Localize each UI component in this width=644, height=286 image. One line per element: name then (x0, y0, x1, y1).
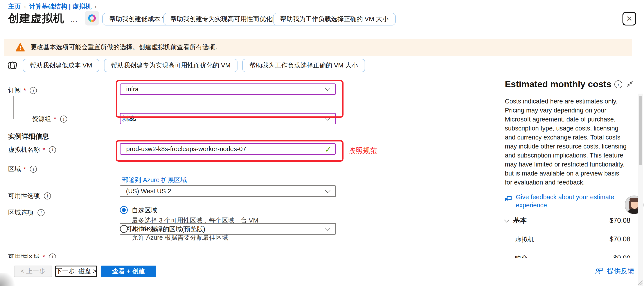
zone-option-self-select[interactable]: 自选区域 (120, 206, 157, 215)
required-asterisk: * (42, 146, 45, 154)
page-title: 创建虚拟机 (8, 11, 64, 26)
close-icon: ✕ (626, 14, 632, 23)
assist-high-availability-vm-button-2[interactable]: 帮助我创建专为实现高可用性而优化的 VM (104, 59, 238, 72)
tree-connector (13, 96, 14, 119)
chevron-down-icon (325, 226, 330, 231)
review-create-button[interactable]: 查看 + 创建 (101, 265, 156, 277)
info-icon[interactable]: i (38, 209, 44, 216)
next-step-disks-button[interactable]: 下一步: 磁盘 > (55, 265, 97, 277)
breadcrumb-separator-icon: › (94, 3, 96, 10)
assist-low-cost-vm-button-2[interactable]: 帮助我创建低成本 VM (23, 59, 99, 72)
feedback-bubbles-icon (504, 194, 513, 209)
breadcrumb-separator-icon: › (24, 3, 26, 10)
estimate-feedback-link[interactable]: Give feedback about your estimate experi… (516, 193, 622, 209)
region-dropdown[interactable]: (US) West US 2 (120, 185, 336, 197)
instance-details-heading: 实例详细信息 (8, 132, 49, 141)
chevron-down-icon (325, 188, 330, 193)
person-feedback-icon (594, 267, 604, 275)
info-icon[interactable]: i (49, 146, 56, 153)
warning-banner-text: 更改基本选项可能会重置所做的选择。创建虚拟机前查看所有选项。 (30, 43, 222, 52)
subscription-dropdown[interactable]: infra (120, 84, 336, 95)
zone-options-label: 区域选项 i (8, 208, 44, 217)
required-asterisk: * (54, 116, 56, 123)
footer-bar: < 上一步 下一步: 磁盘 > 查看 + 创建 提供反馈 (0, 258, 644, 286)
info-icon[interactable]: i (60, 116, 67, 123)
tree-connector (13, 119, 30, 119)
breadcrumb: 主页 › 计算基础结构 | 虚拟机 › (8, 2, 96, 11)
cost-item-row: 虚拟机 $70.08 (515, 235, 630, 244)
cost-group-row[interactable]: 基本 $70.08 (505, 216, 630, 225)
overflow-menu-icon[interactable]: … (70, 15, 78, 24)
chevron-down-icon (325, 115, 330, 121)
resize-grip-icon[interactable] (635, 277, 644, 286)
previous-step-button[interactable]: < 上一步 (14, 265, 52, 277)
costs-panel-title: Estimated monthly costs (505, 79, 611, 89)
region-value: (US) West US 2 (126, 188, 171, 195)
info-icon[interactable]: i (614, 80, 622, 88)
info-icon[interactable]: i (30, 166, 37, 173)
region-label: 区域 * i (8, 165, 37, 174)
vm-name-input[interactable] (120, 143, 336, 155)
chevron-down-icon[interactable] (504, 217, 509, 222)
estimate-feedback-link-row[interactable]: Give feedback about your estimate experi… (504, 193, 622, 209)
costs-panel-description: Costs indicated here are estimates only.… (505, 97, 627, 187)
estimated-costs-panel: Estimated monthly costs i Costs indicate… (498, 79, 639, 286)
resource-group-dropdown[interactable]: k8s (120, 113, 336, 124)
create-new-resource-group-link[interactable]: 新建 (122, 114, 135, 123)
warning-icon (16, 43, 25, 52)
assist-row: 帮助我创建低成本 VM 帮助我创建专为实现高可用性而优化的 VM 帮助我为工作负… (6, 59, 365, 72)
radio-selected-icon[interactable] (120, 206, 128, 214)
zone-option-azure-select-desc: 允许 Azure 根据需要分配最佳区域 (132, 233, 228, 242)
close-button[interactable]: ✕ (622, 12, 636, 26)
cost-group-name: 基本 (513, 216, 527, 225)
breadcrumb-compute-vms[interactable]: 计算基础结构 | 虚拟机 (29, 2, 92, 11)
vm-name-label: 虚拟机名称 * i (8, 145, 56, 154)
zone-option-azure-select-label: Azure 选择的区域(预览版) (132, 225, 205, 234)
info-icon[interactable]: i (30, 87, 37, 94)
collapse-panel-icon[interactable] (626, 80, 634, 89)
info-icon[interactable]: i (44, 192, 51, 199)
subscription-label: 订阅 * i (8, 86, 37, 95)
copilot-outline-icon (6, 59, 18, 72)
create-vm-page: 主页 › 计算基础结构 | 虚拟机 › 创建虚拟机 … 帮助我创建低成本 VM … (0, 0, 644, 286)
vm-name-annotation: 按照规范 (348, 146, 378, 156)
copilot-icon[interactable] (85, 11, 99, 26)
warning-banner: 更改基本选项可能会重置所做的选择。创建虚拟机前查看所有选项。 (4, 39, 632, 56)
give-feedback-label: 提供反馈 (607, 266, 634, 276)
deploy-extended-zones-link[interactable]: 部署到 Azure 扩展区域 (122, 176, 187, 184)
assist-right-size-vm-button-2[interactable]: 帮助我为工作负载选择正确的 VM 大小 (242, 59, 365, 72)
give-feedback-button[interactable]: 提供反馈 (594, 266, 634, 276)
required-asterisk: * (24, 166, 26, 173)
availability-options-label: 可用性选项 i (8, 192, 51, 200)
chevron-down-icon (325, 86, 330, 91)
cost-item-amount: $70.08 (610, 235, 630, 244)
radio-unselected-icon[interactable] (120, 225, 128, 233)
assist-right-size-vm-button[interactable]: 帮助我为工作负载选择正确的 VM 大小 (273, 13, 396, 26)
corner-shadow (0, 273, 15, 286)
required-asterisk: * (24, 87, 26, 94)
cost-item-name: 虚拟机 (515, 235, 534, 244)
valid-check-icon: ✓ (325, 145, 332, 154)
zone-option-azure-select[interactable]: Azure 选择的区域(预览版) (120, 225, 205, 234)
cost-group-amount: $70.08 (610, 217, 630, 224)
subscription-value: infra (126, 86, 138, 93)
scrollbar-thumb[interactable] (639, 96, 642, 165)
zone-option-self-select-desc: 最多选择 3 个可用性区域，每个区域一台 VM (132, 216, 258, 225)
resource-group-label: 资源组 * i (32, 115, 67, 123)
zone-option-self-select-label: 自选区域 (132, 206, 157, 215)
breadcrumb-home[interactable]: 主页 (8, 2, 21, 11)
vm-name-field-wrap: ✓ (120, 143, 336, 155)
